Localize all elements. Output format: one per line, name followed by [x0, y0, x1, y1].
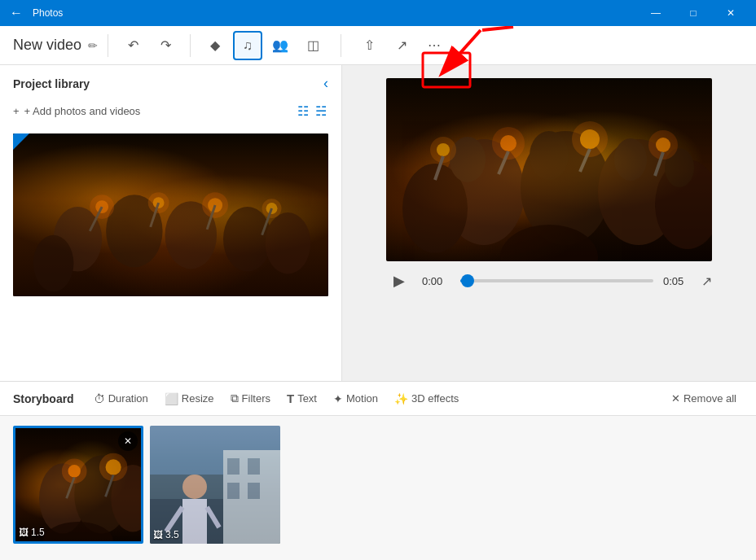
resize-button[interactable]: ⬜ Resize [158, 389, 221, 409]
progress-thumb[interactable] [461, 274, 474, 287]
item-2-duration: 🖼 3.5 [153, 529, 179, 540]
theme-button[interactable]: ◆ [200, 31, 230, 60]
close-button[interactable]: ✕ [712, 0, 749, 26]
video-inner [386, 78, 712, 261]
storyboard-title: Storyboard [13, 392, 74, 405]
effects3d-icon: ✨ [394, 392, 408, 405]
grid-view-button[interactable]: ☵ [314, 102, 328, 120]
svg-point-28 [530, 131, 569, 180]
svg-rect-63 [182, 499, 207, 544]
main-toolbar: New video ✏ ↶ ↷ ◆ ♫ 👥 ◫ ⇧ ↗ ⋯ [0, 26, 756, 65]
remove-all-x-icon: ✕ [671, 392, 680, 405]
total-time: 0:05 [663, 275, 692, 287]
content-area: Project library ‹ + + Add photos and vid… [0, 65, 756, 381]
upload-button[interactable]: ⇧ [354, 31, 384, 60]
view-toggle: ☷ ☵ [296, 102, 328, 120]
svg-point-29 [614, 138, 647, 181]
title-bar: ← Photos — □ ✕ [0, 0, 756, 26]
duration-icon: ⏱ [94, 392, 105, 405]
storyboard-item-2-image [150, 426, 280, 544]
music-button[interactable]: ♫ [233, 31, 262, 60]
effects3d-label: 3D effects [411, 392, 459, 405]
split-button[interactable]: ◫ [298, 31, 327, 60]
add-photos-label: + Add photos and videos [24, 105, 141, 117]
video-controls: ▶ 0:00 0:05 ↗ [386, 268, 712, 294]
duration-button[interactable]: ⏱ Duration [87, 389, 155, 409]
toolbar-divider-3 [341, 34, 341, 57]
svg-rect-60 [227, 483, 240, 499]
svg-point-9 [33, 235, 74, 291]
item-1-duration: 🖼 1.5 [19, 527, 45, 538]
back-button[interactable]: ← [7, 3, 26, 23]
filters-button[interactable]: ⧉ Filters [224, 388, 277, 409]
motion-label: Motion [346, 392, 378, 405]
svg-point-17 [262, 199, 282, 218]
add-photos-row: + + Add photos and videos ☷ ☵ [0, 98, 341, 127]
edit-title-icon[interactable]: ✏ [88, 39, 98, 52]
svg-rect-61 [248, 483, 260, 499]
remove-all-button[interactable]: ✕ Remove all [665, 389, 743, 408]
image-icon-2: 🖼 [153, 529, 163, 540]
svg-rect-58 [227, 458, 240, 475]
storyboard-item-2[interactable]: 🖼 3.5 [150, 426, 280, 544]
item-1-close-button[interactable]: ✕ [118, 431, 138, 451]
svg-point-7 [223, 207, 272, 271]
remove-all-label: Remove all [683, 392, 736, 405]
text-icon: T [287, 392, 294, 405]
svg-point-8 [266, 212, 311, 273]
library-image [13, 133, 328, 296]
fullscreen-button[interactable]: ↗ [701, 273, 712, 289]
toolbar-divider-1 [108, 34, 108, 57]
effects3d-button[interactable]: ✨ 3D effects [388, 389, 465, 409]
text-button[interactable]: T Text [280, 388, 323, 409]
maximize-button[interactable]: □ [675, 0, 712, 26]
image-icon: 🖼 [19, 527, 29, 538]
svg-point-27 [450, 137, 486, 182]
resize-icon: ⬜ [165, 392, 178, 405]
resize-label: Resize [182, 392, 214, 405]
window-controls: — □ ✕ [637, 0, 749, 26]
add-photos-button[interactable]: + + Add photos and videos [13, 105, 140, 117]
people-button[interactable]: 👥 [266, 31, 295, 60]
video-preview [386, 78, 712, 261]
storyboard-content: ✕ 🖼 1.5 [0, 416, 756, 560]
video-title-text: New video [13, 37, 81, 54]
minimize-button[interactable]: — [637, 0, 675, 26]
project-library-header: Project library ‹ [0, 65, 341, 98]
motion-button[interactable]: ✦ Motion [327, 389, 385, 409]
item-2-duration-value: 3.5 [165, 529, 179, 540]
left-panel: Project library ‹ + + Add photos and vid… [0, 65, 342, 381]
library-image-inner [13, 133, 328, 296]
add-icon: + [13, 105, 20, 117]
redo-button[interactable]: ↷ [151, 31, 180, 60]
svg-rect-59 [248, 458, 260, 475]
storyboard-item-1[interactable]: ✕ 🖼 1.5 [13, 426, 143, 544]
text-label: Text [297, 392, 317, 405]
toolbar-divider-2 [190, 34, 191, 57]
right-panel: ▶ 0:00 0:05 ↗ [342, 65, 756, 381]
toolbar-media-actions: ◆ ♫ 👥 ◫ ⇧ ↗ ⋯ [200, 31, 449, 60]
toolbar-title-group: New video ✏ [13, 37, 98, 54]
storyboard-toolbar: Storyboard ⏱ Duration ⬜ Resize ⧉ Filters… [0, 382, 756, 416]
current-time: 0:00 [422, 275, 451, 287]
share-button[interactable]: ↗ [387, 31, 416, 60]
play-button[interactable]: ▶ [386, 268, 412, 294]
item-1-duration-value: 1.5 [31, 527, 45, 538]
more-button[interactable]: ⋯ [420, 31, 449, 60]
filters-icon: ⧉ [231, 392, 239, 405]
storyboard-area: Storyboard ⏱ Duration ⬜ Resize ⧉ Filters… [0, 381, 756, 560]
app-title: Photos [33, 7, 637, 19]
collapse-panel-button[interactable]: ‹ [323, 75, 328, 92]
duration-label: Duration [108, 392, 148, 405]
project-library-title: Project library [13, 77, 90, 90]
filters-label: Filters [242, 392, 270, 405]
undo-button[interactable]: ↶ [118, 31, 147, 60]
motion-icon: ✦ [333, 392, 343, 405]
progress-bar[interactable] [460, 279, 653, 282]
svg-point-62 [182, 475, 207, 499]
list-view-button[interactable]: ☷ [296, 102, 310, 120]
toolbar-undo-redo: ↶ ↷ [118, 31, 180, 60]
